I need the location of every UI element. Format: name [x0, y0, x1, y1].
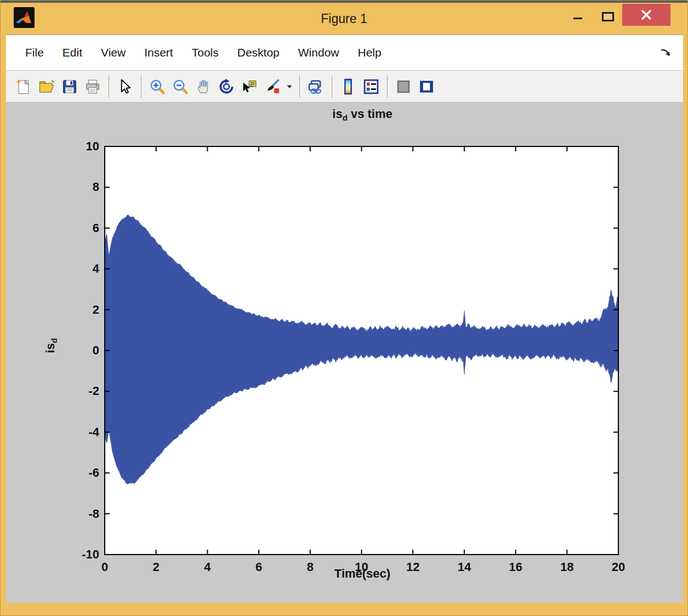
menu-item-edit[interactable]: Edit [53, 46, 92, 59]
print-figure-button[interactable] [82, 75, 104, 99]
insert-colorbar-button[interactable] [337, 75, 359, 99]
menu-item-tools[interactable]: Tools [183, 46, 228, 59]
minimize-button[interactable] [565, 3, 590, 27]
y-tick-label: 10 [66, 139, 99, 154]
menu-item-window[interactable]: Window [289, 46, 349, 59]
minimize-icon [573, 18, 582, 19]
hide-plot-tools-icon [395, 78, 412, 95]
link-plot-icon [308, 78, 324, 95]
y-tick-label: 8 [66, 180, 99, 194]
new-document-icon [15, 78, 32, 95]
legend-icon [363, 78, 379, 95]
y-tick-label: -2 [66, 384, 99, 398]
pan-hand-icon [195, 78, 212, 95]
x-tick-label: 8 [293, 560, 328, 574]
menu-item-help[interactable]: Help [348, 46, 390, 59]
arrow-cursor-icon [117, 78, 133, 95]
new-figure-button[interactable] [13, 75, 35, 99]
x-tick-label: 18 [549, 560, 584, 574]
printer-icon [84, 78, 101, 95]
save-floppy-icon [61, 78, 78, 95]
brush-dropdown-caret[interactable] [285, 75, 294, 99]
data-cursor-icon [241, 78, 258, 95]
toolbar-separator [299, 76, 300, 98]
y-tick-label: 4 [66, 262, 99, 276]
toolbar-separator [109, 76, 109, 98]
show-plot-tools-button[interactable] [416, 75, 437, 99]
x-tick-label: 20 [601, 560, 636, 574]
close-icon [639, 8, 653, 22]
x-tick-label: 4 [190, 560, 225, 574]
y-tick-label: -4 [66, 425, 99, 439]
plot-area[interactable] [99, 141, 624, 560]
edit-plot-button[interactable] [114, 75, 136, 99]
maximize-icon [602, 12, 614, 21]
x-tick-label: 14 [447, 560, 482, 574]
hide-plot-tools-button[interactable] [393, 75, 414, 99]
menu-item-insert[interactable]: Insert [135, 46, 183, 59]
figure-canvas: isd vs time isd Time(sec) 02468101214161… [6, 103, 683, 603]
show-plot-tools-icon [418, 78, 435, 95]
zoom-out-button[interactable] [169, 75, 191, 99]
colorbar-icon [340, 78, 356, 95]
brush-icon [264, 78, 281, 95]
pan-button[interactable] [192, 75, 214, 99]
x-tick-label: 16 [498, 560, 533, 574]
save-figure-button[interactable] [59, 75, 81, 99]
rotate-3d-button[interactable] [215, 75, 237, 99]
brush-data-button[interactable] [261, 75, 283, 99]
link-plot-button[interactable] [305, 75, 327, 99]
y-tick-label: -8 [66, 507, 99, 521]
caret-down-icon [286, 83, 293, 90]
y-tick-label: -10 [66, 547, 99, 562]
x-tick-label: 0 [87, 560, 122, 574]
zoom-in-button[interactable] [146, 75, 168, 99]
insert-legend-button[interactable] [360, 75, 382, 99]
dock-figure-icon[interactable] [659, 46, 673, 60]
open-file-button[interactable] [36, 75, 58, 99]
close-button[interactable] [622, 4, 670, 26]
figure-window: Figure 1 FileEditViewInsertToolsDesktopW… [0, 0, 688, 616]
y-axis-label: isd [43, 321, 60, 370]
x-tick-label: 10 [344, 560, 379, 574]
y-tick-label: 2 [66, 303, 99, 317]
menu-item-view[interactable]: View [92, 46, 135, 59]
toolbar-separator [387, 76, 388, 98]
x-tick-label: 12 [395, 560, 430, 574]
title-bar[interactable]: Figure 1 [1, 3, 687, 35]
toolbar-separator [332, 76, 332, 98]
menu-bar: FileEditViewInsertToolsDesktopWindowHelp [6, 35, 683, 71]
menu-item-desktop[interactable]: Desktop [228, 46, 289, 59]
x-tick-label: 2 [139, 560, 174, 574]
y-tick-label: 0 [66, 343, 99, 358]
toolbar-separator [141, 76, 141, 98]
y-tick-label: -6 [66, 466, 99, 480]
zoom-out-icon [172, 78, 189, 95]
rotate-3d-icon [218, 78, 235, 95]
zoom-in-icon [149, 78, 166, 95]
open-folder-icon [38, 78, 55, 95]
y-tick-label: 6 [66, 221, 99, 235]
maximize-button[interactable] [595, 3, 621, 27]
plot-title: isd vs time [214, 107, 510, 122]
x-tick-label: 6 [241, 560, 276, 574]
menu-item-file[interactable]: File [16, 46, 53, 59]
toolbar [6, 71, 683, 103]
data-cursor-button[interactable] [238, 75, 260, 99]
